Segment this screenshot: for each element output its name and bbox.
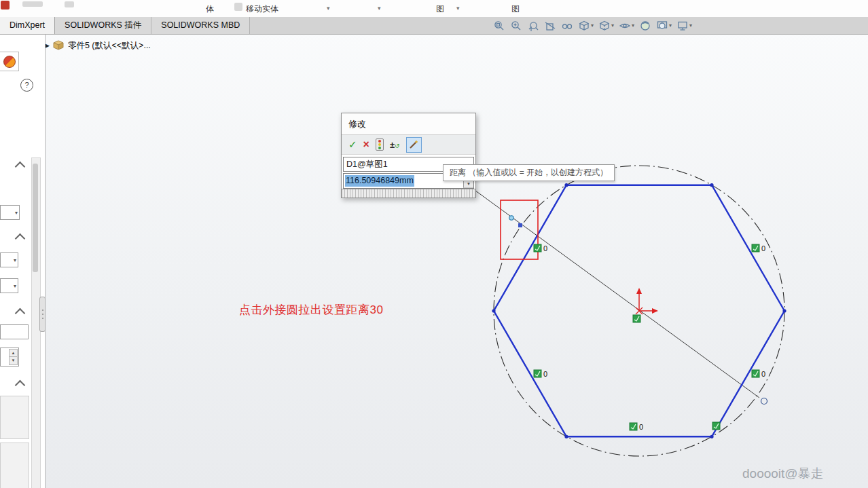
panel-box	[0, 396, 29, 439]
svg-text:0: 0	[761, 370, 765, 378]
tab-dimxpert[interactable]: DimXpert	[0, 17, 55, 34]
property-manager-tab-icon	[3, 56, 16, 68]
collapse-chevron-icon[interactable]	[15, 380, 26, 391]
zoom-to-fit-icon[interactable]	[492, 18, 506, 33]
svg-text:0: 0	[543, 244, 547, 252]
ribbon-label: 图	[436, 3, 444, 15]
feature-tree-root[interactable]: ▶ 零件5 (默认<<默认>...	[45, 38, 151, 53]
collapse-chevron-icon[interactable]	[15, 233, 26, 244]
part-icon	[53, 40, 65, 51]
hide-show-items-icon[interactable]: ▾	[618, 18, 635, 33]
apply-scene-icon[interactable]: ▾	[655, 18, 672, 33]
ribbon-partial-icon	[22, 1, 43, 7]
chevron-down-icon[interactable]: ▾	[456, 5, 460, 12]
dropdown-select[interactable]: ▾	[0, 205, 20, 220]
ribbon-label: 体	[206, 3, 214, 15]
chevron-down-icon[interactable]: ▾	[327, 5, 330, 12]
dimension-tooltip: 距离 （输入值或以 = 开始，以创建方程式）	[443, 164, 615, 181]
ribbon-tab-bar: DimXpert SOLIDWORKS 插件 SOLIDWORKS MBD ▾ …	[0, 17, 868, 35]
ribbon-label: 图	[511, 3, 520, 15]
panel-splitter-handle[interactable]	[39, 297, 46, 332]
value-input[interactable]	[0, 324, 29, 339]
help-icon[interactable]: ?	[20, 79, 33, 92]
ribbon-label-move-entities[interactable]: 移动实体	[246, 3, 278, 15]
reverse-arrow-glyph: ↺	[395, 143, 400, 149]
modify-dialog[interactable]: 修改 ✓ × ±↺ D1@草图1 116.50946849mm ▲ ▼	[341, 113, 476, 198]
display-style-icon[interactable]: ▾	[598, 18, 615, 33]
svg-text:0: 0	[639, 423, 643, 431]
tab-solidworks-addins[interactable]: SOLIDWORKS 插件	[55, 17, 151, 34]
selection-highlight-box	[501, 200, 538, 259]
feature-tree-root-label[interactable]: 零件5 (默认<<默认>...	[68, 40, 151, 52]
chevron-down-icon: ▾	[14, 283, 16, 289]
panel-box	[0, 443, 29, 488]
tree-expand-icon[interactable]: ▶	[45, 42, 50, 49]
tab-solidworks-mbd[interactable]: SOLIDWORKS MBD	[151, 17, 250, 34]
wand-glyph	[408, 139, 419, 150]
watermark-text: dooooit@暴走	[742, 465, 824, 483]
heads-up-view-toolbar: ▾ ▾ ▾ ▾ ▾	[492, 18, 693, 33]
chevron-down-icon[interactable]: ▾	[611, 22, 614, 29]
relation-badge[interactable]: 0	[752, 244, 765, 252]
value-thumbwheel[interactable]	[342, 189, 475, 198]
chevron-down-icon[interactable]: ▾	[669, 22, 672, 29]
view-orientation-icon[interactable]: ▾	[577, 18, 594, 33]
app-logo-icon	[1, 1, 10, 10]
sketch-origin[interactable]	[636, 288, 658, 314]
move-entities-icon	[234, 3, 242, 11]
relation-badge[interactable]: 0	[752, 370, 765, 378]
spin-down-icon[interactable]: ▼	[9, 356, 18, 365]
ribbon-partial-icon	[65, 1, 74, 7]
edit-appearance-icon[interactable]	[638, 18, 652, 33]
reverse-direction-icon[interactable]: ±↺	[390, 140, 400, 150]
property-manager-tab[interactable]	[0, 52, 19, 71]
relation-badge[interactable]: 0	[534, 244, 547, 252]
relation-badge[interactable]	[633, 315, 640, 322]
spin-increment-icon[interactable]	[406, 137, 422, 153]
zoom-to-area-icon[interactable]	[509, 18, 523, 33]
accept-button[interactable]: ✓	[348, 138, 357, 151]
modify-dialog-toolbar: ✓ × ±↺	[342, 135, 475, 155]
collapse-chevron-icon[interactable]	[15, 308, 26, 319]
property-manager-panel: ? ▾ ▾ ▾ ▲ ▼	[0, 34, 46, 488]
chevron-down-icon: ▾	[15, 210, 18, 216]
dimension-handle-circle[interactable]	[761, 398, 767, 405]
dimension-value-input[interactable]: 116.50946849mm	[345, 175, 414, 187]
relation-badge[interactable]	[712, 422, 720, 430]
previous-view-icon[interactable]	[526, 18, 540, 33]
solidworks-window: { "ribbon": { "partial_labels": ["体", "移…	[0, 0, 868, 488]
dropdown-select[interactable]: ▾	[0, 252, 18, 267]
section-view-icon[interactable]	[543, 18, 557, 33]
chevron-down-icon[interactable]: ▾	[632, 22, 634, 29]
chevron-down-icon[interactable]: ▾	[689, 22, 692, 29]
ribbon-strip: 体 移动实体 ▾ ▾ 图 ▾ 图	[0, 0, 868, 18]
modify-dialog-title: 修改	[342, 113, 475, 135]
sketch-point-handle[interactable]	[518, 223, 522, 227]
instruction-annotation: 点击外接圆拉出设置距离30	[239, 302, 383, 318]
spin-down-icon[interactable]: ▼	[463, 181, 473, 189]
relation-badge[interactable]: 0	[630, 423, 643, 431]
svg-text:0: 0	[761, 244, 765, 252]
collapse-chevron-icon[interactable]	[15, 162, 26, 172]
sketch-point-circle[interactable]	[509, 216, 513, 220]
scrollbar-thumb[interactable]	[33, 164, 38, 272]
svg-text:0: 0	[543, 370, 547, 378]
number-stepper[interactable]: ▲ ▼	[0, 348, 19, 367]
dropdown-select[interactable]: ▾	[0, 278, 18, 293]
view-settings-icon[interactable]: ▾	[676, 18, 693, 33]
dynamic-annotation-view-icon[interactable]	[560, 18, 574, 33]
chevron-down-icon[interactable]: ▾	[591, 22, 594, 29]
cancel-button[interactable]: ×	[363, 138, 369, 151]
chevron-down-icon[interactable]: ▾	[378, 5, 381, 12]
relation-badge[interactable]: 0	[534, 370, 547, 378]
plus-minus-glyph: ±	[390, 140, 395, 150]
rebuild-icon[interactable]	[376, 138, 384, 151]
sketch-canvas[interactable]: 0 0 0 0 0	[0, 0, 868, 488]
chevron-down-icon: ▾	[14, 257, 16, 263]
dimension-leader-line[interactable]	[473, 189, 759, 398]
